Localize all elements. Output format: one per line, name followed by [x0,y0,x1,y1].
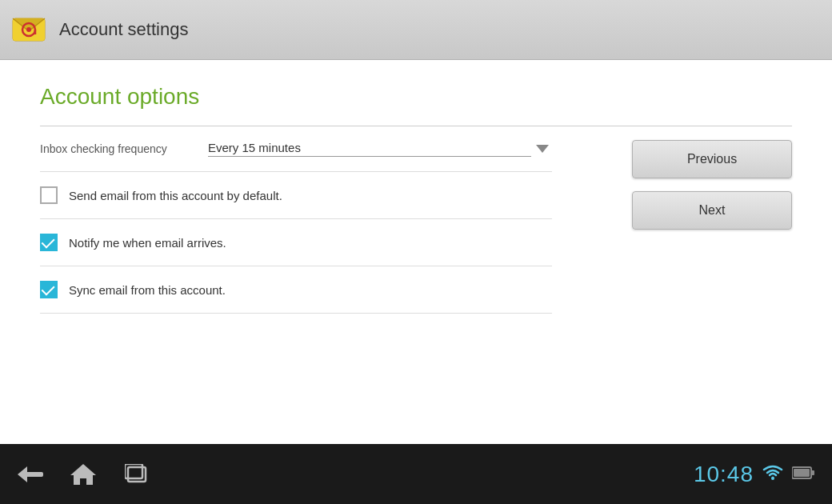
account-options-title: Account options [40,84,792,110]
svg-rect-16 [811,470,814,475]
previous-button[interactable]: Previous [632,140,792,178]
sync-email-row: Sync email from this account. [40,266,552,314]
status-area: 10:48 [694,462,816,487]
dropdown-arrow-icon [536,145,549,153]
notify-arrival-checkbox[interactable] [40,234,58,251]
battery-icon [792,466,816,483]
send-default-checkbox[interactable] [40,186,58,204]
home-button[interactable] [69,460,98,489]
settings-area: Inbox checking frequency Every 15 minute… [40,126,552,314]
app-icon [10,10,48,49]
send-default-label: Send email from this account by default. [69,189,282,202]
svg-marker-10 [70,464,96,485]
svg-rect-15 [794,469,810,477]
next-button[interactable]: Next [632,191,792,230]
inbox-frequency-dropdown[interactable]: Every 15 minutes [208,141,552,157]
sync-email-checkbox[interactable] [40,281,58,298]
notify-arrival-label: Notify me when email arrives. [69,236,226,250]
back-icon [18,465,43,484]
navigation-buttons: Previous Next [632,140,792,230]
inbox-frequency-label: Inbox checking frequency [40,142,208,155]
svg-point-13 [771,477,774,480]
sync-email-label: Sync email from this account. [69,283,226,297]
nav-icons [16,460,150,489]
notify-arrival-row: Notify me when email arrives. [40,219,552,266]
recents-icon [125,464,147,485]
inbox-frequency-row: Inbox checking frequency Every 15 minute… [40,126,552,172]
send-default-row: Send email from this account by default. [40,172,552,219]
svg-rect-9 [26,472,43,477]
top-bar: Account settings [0,0,832,60]
inbox-frequency-value: Every 15 minutes [208,141,531,157]
wifi-icon [762,463,784,486]
page-title: Account settings [59,19,188,40]
main-content: Account options Inbox checking frequency… [0,60,832,504]
bottom-bar: 10:48 [0,444,832,504]
back-button[interactable] [16,460,45,489]
clock-display: 10:48 [694,462,754,487]
svg-point-6 [26,27,31,32]
recents-button[interactable] [122,460,150,489]
home-icon [70,462,96,486]
